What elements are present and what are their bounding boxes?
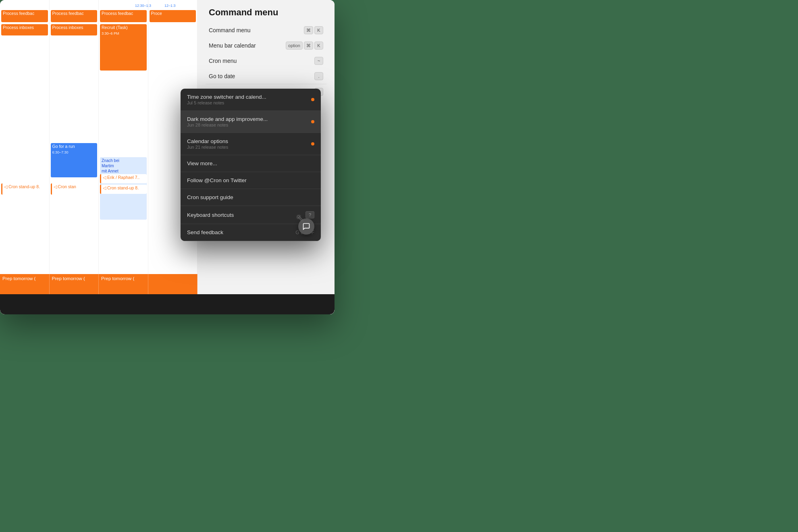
command-menu-header: Command menu: [197, 0, 335, 21]
kbd-dot: .: [314, 72, 323, 80]
dp-item-follow-twitter-content: Follow @Cron on Twitter: [187, 177, 247, 183]
prep-col-3[interactable]: Prep tomorrow (: [99, 274, 148, 294]
dp-item-view-more[interactable]: View more...: [181, 155, 321, 172]
event-process-inboxes-2[interactable]: Process inboxes: [51, 24, 98, 35]
dp-item-cron-support-content: Cron support guide: [187, 194, 233, 200]
event-process-feedbac-2[interactable]: Process feedbac: [51, 10, 98, 22]
calendar-grid: 12:30–1:3 12–1:3 Process feedbac Process…: [0, 0, 197, 294]
dp-item-cron-support[interactable]: Cron support guide: [181, 189, 321, 206]
unread-dot-timezone: [311, 98, 314, 101]
command-menu-title: Command menu: [209, 7, 323, 18]
menu-item-cron-menu[interactable]: Cron menu ~: [197, 53, 335, 69]
chat-feedback-button[interactable]: [298, 218, 314, 235]
dp-item-timezone-title: Time zone switcher and calend...: [187, 94, 266, 100]
menu-item-label-menu-bar-calendar: Menu bar calendar: [209, 42, 256, 49]
dp-item-calendar-options-title: Calendar options: [187, 138, 228, 144]
dp-item-darkmode-title: Dark mode and app improveme...: [187, 116, 268, 122]
menu-item-command-menu[interactable]: Command menu ⌘ K: [197, 23, 335, 38]
dp-item-follow-twitter[interactable]: Follow @Cron on Twitter: [181, 172, 321, 189]
calendar-col-1: Process feedbac Process inboxes ◁ Cron s…: [0, 0, 50, 294]
event-process-feedbac-3[interactable]: Process feedbac: [100, 10, 147, 22]
prep-col-4[interactable]: [148, 274, 198, 294]
window-bottom-bar: [0, 294, 335, 314]
kbd-k-2: K: [314, 42, 323, 50]
dp-item-cron-support-title: Cron support guide: [187, 194, 233, 200]
prep-col-2[interactable]: Prep tomorrow (: [50, 274, 99, 294]
event-process-feedbac-1[interactable]: Process feedbac: [1, 10, 48, 22]
menu-item-menu-bar-calendar[interactable]: Menu bar calendar option ⌘ K: [197, 38, 335, 53]
calendar-col-2: Process feedbac Process inboxes Go for a…: [50, 0, 99, 294]
kbd-cmd: ⌘: [304, 26, 313, 34]
unread-dot-calendar-options: [311, 142, 314, 145]
dp-item-send-feedback-content: Send feedback: [187, 229, 223, 235]
dp-item-darkmode-content: Dark mode and app improveme... Jun 28 re…: [187, 116, 268, 127]
calendar-col-3: Process feedbac Recruit (Task)3:30–6 PM …: [99, 0, 148, 294]
event-erik-raphael[interactable]: ◁ Erik / Raphael 7..: [100, 174, 147, 183]
unread-dot-darkmode: [311, 120, 314, 123]
kbd-option: option: [286, 42, 303, 50]
menu-item-label-go-to-date: Go to date: [209, 73, 235, 79]
dp-item-send-feedback-title: Send feedback: [187, 229, 223, 235]
event-recruit-task[interactable]: Recruit (Task)3:30–6 PM: [100, 24, 147, 71]
kbd-k: K: [314, 26, 323, 34]
dp-item-keyboard-shortcuts-title: Keyboard shortcuts: [187, 212, 234, 218]
menu-item-label-cron-menu: Cron menu: [209, 58, 237, 64]
event-cron-stan[interactable]: ◁ Cron stan: [51, 183, 98, 195]
event-proce[interactable]: Proce: [150, 10, 196, 22]
dp-item-view-more-title: View more...: [187, 160, 217, 166]
dp-item-timezone-subtitle: Jul 5 release notes: [187, 100, 266, 105]
dp-item-follow-twitter-title: Follow @Cron on Twitter: [187, 177, 247, 183]
dark-popup-menu: Time zone switcher and calend... Jul 5 r…: [181, 89, 321, 241]
kbd-tilde: ~: [314, 57, 323, 65]
shortcut-menu-bar: option ⌘ K: [286, 42, 323, 50]
prep-col-1[interactable]: Prep tomorrow (: [0, 274, 50, 294]
event-cron-standup-1[interactable]: ◁ Cron stand-up 8.: [1, 183, 48, 195]
dp-item-darkmode-subtitle: Jun 28 release notes: [187, 123, 268, 127]
kbd-question-dark: ?: [305, 211, 314, 218]
shortcut-go-to-date: .: [314, 72, 323, 80]
dp-item-keyboard-shortcuts-content: Keyboard shortcuts: [187, 212, 234, 218]
calendar-columns: Process feedbac Process inboxes ◁ Cron s…: [0, 0, 197, 294]
event-cron-standup-3[interactable]: ◁ Cron stand-up 8.: [100, 185, 147, 194]
shortcut-cron-menu: ~: [314, 57, 323, 65]
menu-item-go-to-date[interactable]: Go to date .: [197, 69, 335, 84]
menu-item-label-command-menu: Command menu: [209, 27, 251, 33]
event-go-for-run[interactable]: Go for a run6:30–7:30: [51, 143, 98, 177]
dp-item-calendar-options-subtitle: Jun 21 release notes: [187, 145, 228, 150]
dp-item-calendar-options[interactable]: Calendar options Jun 21 release notes: [181, 133, 321, 155]
dp-item-calendar-options-content: Calendar options Jun 21 release notes: [187, 138, 228, 150]
event-process-inboxes-1[interactable]: Process inboxes: [1, 24, 48, 35]
dp-item-view-more-content: View more...: [187, 160, 217, 166]
shortcut-command-menu: ⌘ K: [304, 26, 323, 34]
dp-item-timezone-content: Time zone switcher and calend... Jul 5 r…: [187, 94, 266, 105]
prep-tomorrow-row: Prep tomorrow ( Prep tomorrow ( Prep tom…: [0, 274, 197, 294]
dp-item-timezone[interactable]: Time zone switcher and calend... Jul 5 r…: [181, 89, 321, 111]
dp-item-darkmode[interactable]: Dark mode and app improveme... Jun 28 re…: [181, 111, 321, 133]
kbd-cmd-2: ⌘: [304, 42, 313, 50]
chat-icon: [302, 222, 310, 231]
